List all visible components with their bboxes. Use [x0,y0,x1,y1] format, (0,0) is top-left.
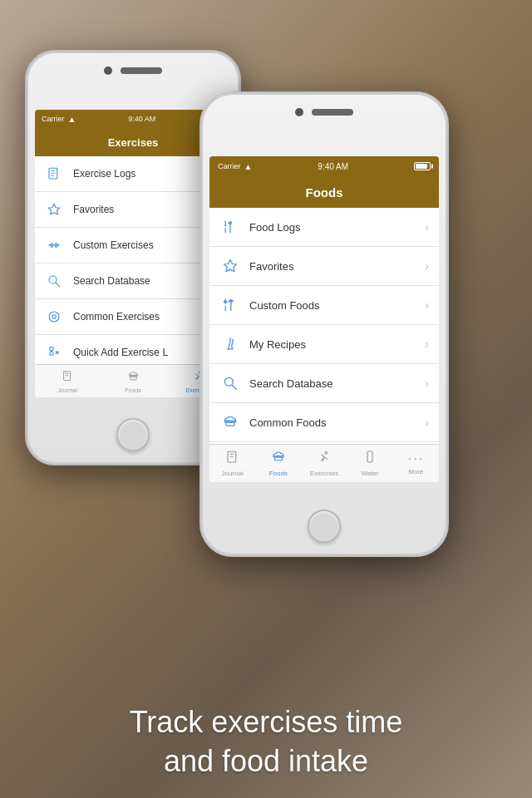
quick-add-exercise-icon [43,342,65,363]
tab-journal[interactable]: Journal [35,367,101,397]
exercises-title: Exercises [108,136,159,149]
custom-foods-label: Custom Foods [249,299,425,312]
foods-tab-bar: Journal Foods Exercises [209,444,439,482]
svg-rect-43 [274,457,282,461]
food-logs-chevron: › [425,220,429,234]
home-button-front[interactable] [308,510,341,543]
foods-carrier-label: Carrier [218,162,241,170]
common-exercises-icon [43,306,65,328]
foods-journal-label: Journal [221,470,243,477]
carrier-signal: Carrier ▲ [42,115,76,124]
tab-foods[interactable]: Foods [101,367,166,397]
foods-more-icon: ··· [408,451,424,466]
foods-journal-icon [225,450,240,468]
my-recipes-chevron: › [425,337,429,351]
foods-water-label: Water [362,470,379,477]
speaker [121,67,162,74]
favorites-icon [43,199,65,220]
list-item-foods-favorites[interactable]: Favorites › [209,247,439,286]
svg-marker-26 [224,260,237,272]
list-item-food-logs[interactable]: Food Logs › [209,208,439,247]
foods-battery-fill [416,164,427,169]
my-recipes-icon [219,333,241,355]
svg-point-44 [325,451,328,454]
background-text: Track exercises time and food intake [0,703,532,781]
bg-text-line1: Track exercises time [0,703,532,742]
foods-tab-exercises[interactable]: Exercises [301,446,347,480]
common-foods-chevron: › [425,416,429,429]
svg-line-32 [233,386,237,390]
foods-time-label: 9:40 AM [318,162,348,171]
foods-tab-water[interactable]: Water [347,446,393,480]
carrier-label: Carrier [42,115,65,123]
foods-foods-icon [271,450,286,468]
bg-text-line2: and food intake [0,742,532,781]
svg-point-10 [49,276,57,283]
svg-point-13 [52,315,57,319]
foods-title: Foods [306,185,343,200]
svg-point-31 [224,377,233,386]
svg-rect-21 [130,377,136,380]
foods-wifi-icon: ▲ [244,162,253,171]
foods-search-chevron: › [425,377,429,390]
foods-foods-label: Foods [269,470,288,477]
food-logs-icon [219,216,241,238]
common-foods-icon [219,411,241,433]
svg-point-14 [50,347,54,351]
list-item-common-foods[interactable]: Common Foods › [209,403,439,442]
custom-foods-icon [219,294,241,316]
foods-battery-icon [414,162,431,170]
search-database-icon [43,270,65,292]
exercise-logs-icon [43,163,65,185]
custom-foods-chevron: › [425,298,429,312]
foods-search-database-label: Search Database [249,377,425,390]
foods-phone: Carrier ▲ 9:40 AM Foods Food Lo [200,91,449,557]
svg-rect-34 [226,422,234,426]
foods-tab-icon [127,370,140,386]
foods-tab-more[interactable]: ··· More [393,448,439,479]
journal-tab-label: Journal [58,387,77,393]
foods-favorites-label: Favorites [249,260,425,273]
foods-exercises-label: Exercises [310,470,339,477]
custom-exercises-icon [43,234,65,256]
foods-more-label: More [408,468,423,475]
foods-list: Food Logs › Favorites › Custom Foods [209,208,439,482]
svg-marker-4 [48,204,60,214]
foods-tab-journal[interactable]: Journal [209,446,255,480]
foods-water-icon [362,450,377,468]
journal-tab-icon [62,370,74,386]
wifi-icon: ▲ [68,115,76,124]
foods-status-bar: Carrier ▲ 9:40 AM [209,156,439,176]
foods-favorites-icon [219,255,241,277]
time-label: 9:40 AM [128,115,155,123]
foods-nav-header: Foods [209,176,439,208]
foods-screen: Carrier ▲ 9:40 AM Foods Food Lo [209,156,439,482]
home-button-back[interactable] [116,418,150,451]
foods-carrier-signal: Carrier ▲ [218,162,252,171]
svg-point-12 [49,312,59,322]
list-item-my-recipes[interactable]: My Recipes › [209,325,439,364]
foods-tab-label: Foods [125,387,140,393]
foods-favorites-chevron: › [425,259,429,273]
common-foods-label: Common Foods [249,416,425,429]
my-recipes-label: My Recipes [249,338,425,351]
food-logs-label: Food Logs [249,221,425,234]
camera [104,66,112,75]
speaker-front [312,109,353,116]
foods-search-database-icon [219,372,241,394]
list-item-foods-search-database[interactable]: Search Database › [209,364,439,403]
svg-line-11 [56,283,60,287]
foods-tab-foods-active[interactable]: Foods [255,446,301,480]
list-item-custom-foods[interactable]: Custom Foods › [209,286,439,325]
foods-exercises-icon [317,450,332,468]
camera-front [295,108,303,116]
